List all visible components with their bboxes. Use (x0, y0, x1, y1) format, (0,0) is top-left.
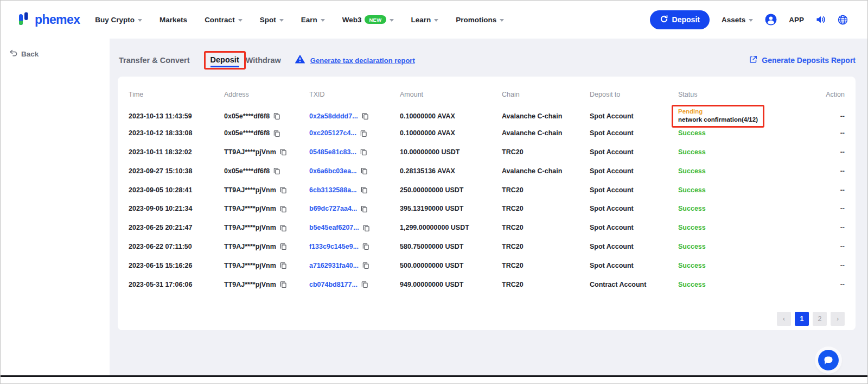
phemex-logo[interactable]: phemex (18, 11, 80, 28)
pagination-next-button[interactable]: › (831, 312, 845, 326)
col-header-time: Time (129, 91, 224, 98)
cell-chain: Avalanche C-chain (502, 129, 590, 137)
nav-item-web3[interactable]: Web3NEW (342, 15, 394, 24)
copy-address-icon[interactable] (273, 130, 280, 137)
copy-address-icon[interactable] (280, 186, 287, 194)
cell-txid: b5e45eaf6207... (309, 224, 400, 232)
nav-item-buy-crypto[interactable]: Buy Crypto (95, 16, 142, 24)
nav-item-contract[interactable]: Contract (205, 16, 242, 24)
cell-time: 2023-06-15 15:16:26 (129, 262, 224, 269)
col-header-txid: TXID (309, 91, 400, 98)
copy-txid-icon[interactable] (360, 130, 367, 137)
annotation-deposit-tab: Deposit (204, 51, 246, 70)
account-avatar[interactable] (765, 14, 777, 26)
cell-amount: 0.10000000 AVAX (400, 129, 502, 137)
copy-address-icon[interactable] (280, 262, 287, 269)
nav-item-markets[interactable]: Markets (159, 16, 187, 24)
cell-status: Success (678, 262, 803, 269)
txid-link[interactable]: 0xc205127c4... (309, 129, 356, 137)
cell-action: -- (803, 262, 845, 269)
chevron-down-icon (321, 19, 325, 22)
copy-txid-icon[interactable] (360, 148, 367, 156)
copy-txid-icon[interactable] (361, 205, 368, 213)
txid-link[interactable]: a7162931fa40... (309, 262, 359, 269)
nav-item-earn[interactable]: Earn (301, 16, 325, 24)
copy-address-icon[interactable] (280, 224, 287, 232)
cell-amount: 395.13190000 USDT (400, 205, 502, 212)
tab-transfer-convert[interactable]: Transfer & Convert (119, 56, 190, 65)
cell-deposit-to: Spot Account (590, 129, 678, 137)
app-link[interactable]: APP (789, 16, 804, 24)
generate-deposits-report-link[interactable]: Generate Deposits Report (749, 55, 856, 65)
table-row: 2023-06-15 15:16:26TT9AJ****pjVnma716293… (129, 256, 845, 275)
cell-txid: 0x6a6bc03ea... (309, 167, 400, 175)
cell-txid: cb074bd8177... (309, 280, 400, 288)
copy-address-icon[interactable] (280, 243, 287, 250)
txid-link[interactable]: 6cb3132588a... (309, 186, 357, 194)
nav-item-label: Learn (411, 16, 431, 24)
txid-link[interactable]: cb074bd8177... (309, 281, 358, 288)
txid-link[interactable]: b5e45eaf6207... (309, 224, 359, 231)
tab-deposit[interactable]: Deposit (210, 55, 239, 67)
cell-deposit-to: Spot Account (590, 243, 678, 250)
tabs-row: Transfer & Convert Deposit Withdraw Gene… (118, 53, 856, 68)
copy-address-icon[interactable] (273, 112, 280, 120)
copy-address-icon[interactable] (280, 205, 287, 213)
cell-action: -- (803, 243, 845, 250)
txid-link[interactable]: b69dc727aa4... (309, 205, 357, 212)
table-row: 2023-06-25 20:21:47TT9AJ****pjVnmb5e45ea… (129, 218, 845, 237)
cell-time: 2023-09-05 10:21:34 (129, 205, 224, 212)
deposit-history-card: Time Address TXID Amount Chain Deposit t… (118, 77, 856, 330)
tax-report-link[interactable]: Generate tax declaration report (310, 56, 415, 65)
cell-chain: Avalanche C-chain (502, 112, 590, 120)
copy-txid-icon[interactable] (362, 262, 369, 269)
cell-amount: 10.00000000 USDT (400, 148, 502, 156)
copy-txid-icon[interactable] (361, 167, 368, 175)
cell-address: 0x05e****df6f8 (224, 112, 309, 120)
copy-address-icon[interactable] (280, 281, 287, 288)
deposit-button-label: Deposit (672, 15, 700, 24)
language-globe-icon[interactable] (838, 15, 848, 25)
col-header-status: Status (678, 91, 803, 98)
pagination-page-2[interactable]: 2 (813, 312, 827, 326)
status-success-label: Success (678, 186, 706, 194)
cell-deposit-to: Spot Account (590, 148, 678, 156)
txid-link[interactable]: 0x6a6bc03ea... (309, 167, 357, 175)
copy-txid-icon[interactable] (361, 186, 368, 194)
chevron-down-icon (749, 19, 753, 22)
tab-withdraw[interactable]: Withdraw (246, 56, 281, 65)
cell-txid: f133c9c145e9... (309, 242, 400, 250)
copy-address-icon[interactable] (273, 167, 280, 175)
copy-address-icon[interactable] (280, 148, 287, 156)
address-text: TT9AJ****pjVnm (224, 205, 276, 212)
nav-item-spot[interactable]: Spot (260, 16, 284, 24)
cell-status: Success (678, 167, 803, 175)
pagination-prev-button[interactable]: ‹ (777, 312, 791, 326)
deposit-circular-arrow-icon (660, 15, 668, 25)
back-button[interactable]: Back (9, 49, 39, 58)
txid-link[interactable]: 0x2a58dddd7... (309, 112, 358, 120)
col-header-address: Address (224, 91, 309, 98)
tax-report-group[interactable]: Generate tax declaration report (295, 55, 415, 66)
copy-txid-icon[interactable] (361, 281, 368, 288)
copy-txid-icon[interactable] (362, 112, 369, 120)
announcements-speaker-icon[interactable] (816, 15, 826, 24)
nav-menu: Buy CryptoMarketsContractSpotEarnWeb3NEW… (95, 15, 504, 24)
back-arrow-icon (9, 49, 17, 58)
pagination-page-1[interactable]: 1 (795, 312, 809, 326)
nav-item-promotions[interactable]: Promotions (456, 16, 504, 24)
table-body: 2023-10-13 11:43:590x05e****df6f80x2a58d… (129, 105, 845, 294)
generate-deposits-report-label: Generate Deposits Report (762, 56, 856, 65)
copy-txid-icon[interactable] (362, 243, 369, 250)
status-success-label: Success (678, 243, 706, 250)
table-row: 2023-09-27 15:10:380x05e****df6f80x6a6bc… (129, 161, 845, 180)
support-chat-button[interactable] (818, 350, 839, 370)
txid-link[interactable]: f133c9c145e9... (309, 243, 359, 250)
nav-item-learn[interactable]: Learn (411, 16, 439, 24)
address-text: TT9AJ****pjVnm (224, 281, 276, 288)
deposit-button[interactable]: Deposit (650, 10, 710, 29)
txid-link[interactable]: 05485e81c83... (309, 148, 356, 156)
assets-menu[interactable]: Assets (722, 16, 753, 24)
cell-action: -- (803, 224, 845, 231)
copy-txid-icon[interactable] (363, 224, 370, 232)
